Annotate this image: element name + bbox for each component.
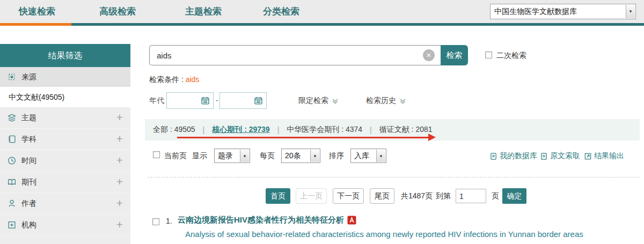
expand-plus-icon[interactable]: + (116, 215, 123, 236)
notebook-icon (7, 135, 17, 144)
clear-icon[interactable]: × (423, 49, 435, 61)
stat-separator: | (370, 125, 372, 134)
sort-select-value: 入库 (354, 149, 369, 162)
display-label: 显示 (192, 151, 207, 161)
database-select[interactable]: 中国生物医学文献数据库 ▼ (490, 4, 636, 19)
search-history-toggle[interactable]: 检索历史 (366, 96, 407, 106)
sidebar-item-journal[interactable]: 期刊 + (0, 172, 130, 193)
export-icon (584, 152, 592, 160)
sidebar-item-time[interactable]: 时间 + (0, 150, 130, 172)
fulltext-request-link[interactable]: 原文索取 (540, 148, 580, 164)
sidebar-item-label: 主题 (21, 113, 36, 123)
chevron-down-icon[interactable]: ▼ (626, 5, 635, 18)
sidebar-item-label: 作者 (21, 199, 36, 209)
tab-subject-search[interactable]: 主题检索 (185, 0, 222, 23)
chevron-down-icon[interactable]: ▼ (376, 150, 385, 162)
export-results-label: 结果输出 (594, 151, 624, 161)
stat-all[interactable]: 全部 : 49505 (153, 125, 195, 135)
source-icon (7, 72, 17, 82)
year-from-input[interactable] (166, 92, 214, 109)
result-title-text: 云南边境新报告HIV感染者性行为相关特征分析 (178, 215, 344, 225)
expand-plus-icon[interactable]: + (116, 129, 123, 150)
result-title-link[interactable]: 云南边境新报告HIV感染者性行为相关特征分析 (178, 215, 356, 225)
confirm-page-button[interactable]: 确定 (502, 188, 526, 204)
sidebar-item-chinese-literature[interactable]: 中文文献(49505) (0, 87, 130, 107)
layers-icon (7, 113, 17, 122)
sort-label: 排序 (329, 151, 344, 161)
calendar-icon[interactable] (254, 96, 263, 105)
export-results-link[interactable]: 结果输出 (584, 148, 624, 164)
chevron-double-down-icon (399, 97, 407, 105)
pdf-icon[interactable] (347, 216, 356, 225)
result-checkbox[interactable] (152, 218, 159, 225)
sidebar-item-label: 学科 (21, 135, 36, 144)
secondary-search-label: 二次检索 (496, 51, 526, 61)
last-page-button[interactable]: 尾页 (370, 188, 394, 204)
search-history-label: 检索历史 (366, 96, 396, 106)
limit-search-label: 限定检索 (298, 96, 328, 106)
my-database-link[interactable]: 我的数据库 (489, 148, 537, 164)
sidebar-title: 结果筛选 (0, 44, 130, 67)
chevron-down-icon[interactable]: ▼ (310, 150, 319, 162)
nav-underline (0, 23, 644, 26)
document-icon (540, 152, 548, 160)
year-to-input[interactable] (219, 92, 267, 109)
limit-search-toggle[interactable]: 限定检索 (298, 96, 339, 106)
result-subtitle-link[interactable]: Analysis of sexual behavior-related char… (185, 230, 583, 239)
fulltext-request-label: 原文索取 (550, 151, 580, 161)
sidebar-item-discipline[interactable]: 学科 + (0, 129, 130, 150)
year-range-separator: - (216, 96, 218, 105)
sidebar-item-label: 期刊 (21, 178, 36, 187)
stat-cma-journals[interactable]: 中华医学会期刊 : 4374 (287, 125, 362, 135)
sidebar-item-label: 时间 (21, 156, 36, 166)
nav-active-indicator (0, 23, 71, 26)
per-page-select-value: 20条 (285, 149, 301, 162)
clock-icon (7, 156, 17, 165)
expand-plus-icon[interactable]: + (116, 172, 123, 193)
chevron-double-down-icon (331, 97, 339, 105)
search-button[interactable]: 检索 (441, 45, 468, 65)
per-page-select[interactable]: 20条 ▼ (281, 149, 320, 163)
display-select[interactable]: 题录 ▼ (214, 149, 250, 163)
search-condition: 检索条件 : aids (149, 75, 199, 85)
tab-category-search[interactable]: 分类检索 (263, 0, 299, 23)
prev-page-button[interactable]: 上一页 (296, 188, 327, 204)
expand-plus-icon[interactable]: + (116, 107, 123, 129)
annotation-arrow-head (428, 134, 436, 141)
database-select-value: 中国生物医学文献数据库 (494, 4, 577, 19)
goto-page-suffix: 页 (492, 188, 499, 204)
current-page-checkbox[interactable] (153, 151, 160, 158)
secondary-search-checkbox[interactable] (485, 51, 492, 58)
sidebar-item-author[interactable]: 作者 + (0, 193, 130, 215)
stat-evidence-literature[interactable]: 循证文献 : 2081 (379, 125, 433, 135)
expand-plus-icon[interactable]: + (116, 193, 123, 215)
stat-separator: | (277, 125, 280, 134)
organization-icon (7, 220, 17, 230)
sidebar-item-label: 来源 (21, 67, 36, 87)
page-number-input[interactable] (456, 189, 486, 203)
expand-plus-icon[interactable]: + (116, 150, 123, 172)
calendar-icon[interactable] (201, 96, 210, 105)
my-database-label: 我的数据库 (500, 151, 537, 161)
annotation-arrow (177, 137, 429, 138)
sidebar-item-subject[interactable]: 主题 + (0, 107, 130, 129)
author-icon (7, 199, 17, 208)
search-condition-label: 检索条件 : (149, 75, 184, 84)
result-filter-sidebar: 结果筛选 来源 中文文献(49505) 主题 + 学科 + (0, 44, 130, 244)
stat-separator: | (203, 125, 205, 134)
result-number: 1. (166, 217, 172, 225)
per-page-label: 每页 (260, 151, 275, 161)
tab-quick-search[interactable]: 快速检索 (19, 0, 55, 23)
chevron-down-icon[interactable]: ▼ (240, 150, 249, 162)
next-page-button[interactable]: 下一页 (333, 188, 364, 204)
current-page-label: 当前页 (164, 151, 187, 161)
display-select-value: 题录 (218, 149, 233, 162)
search-input[interactable] (149, 45, 441, 65)
tab-advanced-search[interactable]: 高级检索 (99, 0, 136, 23)
stat-core-journals[interactable]: 核心期刊 : 29739 (212, 125, 269, 135)
sidebar-item-source[interactable]: 来源 (0, 67, 130, 87)
first-page-button[interactable]: 首页 (266, 188, 290, 204)
sidebar-item-organization[interactable]: 机构 + (0, 215, 130, 236)
sort-select[interactable]: 入库 ▼ (350, 149, 386, 163)
goto-page-prefix: 到第 (436, 188, 451, 204)
